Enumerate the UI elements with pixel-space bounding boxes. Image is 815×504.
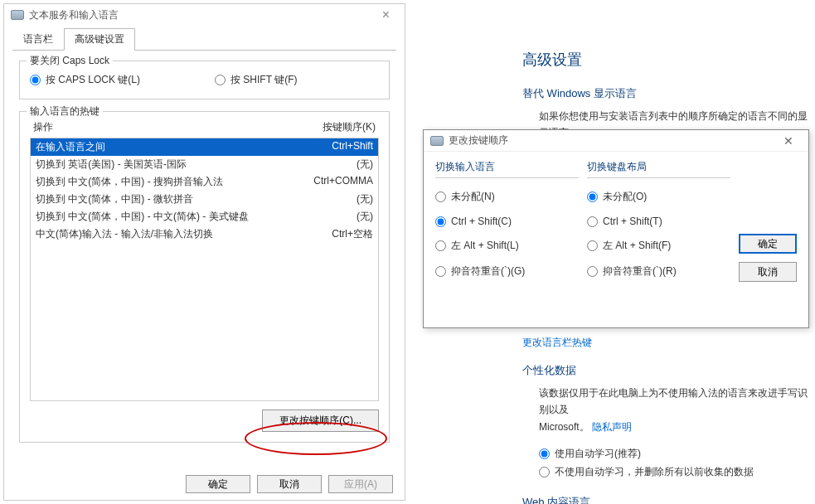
dialog-buttons: 确定 取消 (739, 160, 797, 290)
grave-accent-radio[interactable]: 抑音符重音(`)(G) (435, 264, 579, 279)
col-action: 操作 (33, 120, 53, 134)
ctrl-shift-radio[interactable]: Ctrl + Shift(T) (587, 216, 730, 227)
keyboard-icon (11, 10, 24, 20)
cancel-button[interactable]: 取消 (739, 262, 797, 282)
left-alt-shift-radio[interactable]: 左 Alt + Shift(F) (587, 239, 730, 253)
hotkey-row[interactable]: 切换到 英语(美国) - 美国英语-国际(无) (31, 156, 378, 173)
hotkey-list[interactable]: 在输入语言之间Ctrl+Shift 切换到 英语(美国) - 美国英语-国际(无… (30, 138, 379, 401)
ok-button[interactable]: 确定 (186, 475, 250, 493)
tab-row: 语言栏 高级键设置 (12, 27, 396, 51)
shift-key-radio[interactable]: 按 SHIFT 键(F) (215, 73, 297, 87)
caps-lock-key-radio[interactable]: 按 CAPS LOCK 键(L) (30, 73, 140, 87)
hotkey-row[interactable]: 切换到 中文(简体，中国) - 微软拼音(无) (31, 191, 378, 208)
tab-language-bar[interactable]: 语言栏 (12, 28, 64, 51)
dialog-buttons: 确定 取消 应用(A) (186, 475, 393, 493)
grave-accent-radio[interactable]: 抑音符重音(`)(R) (587, 264, 730, 279)
keyboard-icon (430, 136, 444, 146)
apply-button[interactable]: 应用(A) (328, 475, 393, 493)
switch-input-language-column: 切换输入语言 未分配(N) Ctrl + Shift(C) 左 Alt + Sh… (435, 160, 579, 290)
text-services-dialog: 文本服务和输入语言 × 语言栏 高级键设置 要关闭 Caps Lock 按 CA… (3, 3, 405, 501)
hotkey-group: 输入语言的热键 操作 按键顺序(K) 在输入语言之间Ctrl+Shift 切换到… (19, 111, 390, 443)
dialog-title: 更改按键顺序 (449, 133, 508, 148)
column-title: 切换键盘布局 (587, 160, 730, 174)
hotkey-row[interactable]: 在输入语言之间Ctrl+Shift (31, 138, 378, 156)
privacy-link[interactable]: 隐私声明 (592, 421, 632, 433)
caps-lock-group: 要关闭 Caps Lock 按 CAPS LOCK 键(L) 按 SHIFT 键… (19, 61, 390, 99)
not-assigned-radio[interactable]: 未分配(N) (435, 190, 579, 204)
tab-advanced-keys[interactable]: 高级键设置 (64, 28, 135, 51)
ctrl-shift-radio[interactable]: Ctrl + Shift(C) (435, 216, 579, 227)
personalization-text: 该数据仅用于在此电脑上为不使用输入法的语言来改进手写识别以及 Microsoft… (539, 385, 815, 435)
ok-button[interactable]: 确定 (739, 234, 797, 254)
group-title: 输入语言的热键 (27, 104, 103, 119)
left-alt-shift-radio[interactable]: 左 Alt + Shift(L) (435, 239, 579, 253)
dialog-title: 文本服务和输入语言 (29, 8, 119, 22)
change-key-sequence-button[interactable]: 更改按键顺序(C)... (262, 410, 379, 432)
section-title-web: Web 内容语言 (522, 495, 815, 504)
change-language-bar-hotkeys-link[interactable]: 更改语言栏热键 (522, 336, 815, 350)
cancel-button[interactable]: 取消 (257, 475, 322, 493)
hotkey-row[interactable]: 切换到 中文(简体，中国) - 中文(简体) - 美式键盘(无) (31, 208, 378, 225)
close-icon[interactable]: ✕ (775, 133, 802, 149)
group-title: 要关闭 Caps Lock (27, 54, 113, 68)
section-title: 替代 Windows 显示语言 (522, 86, 815, 101)
titlebar: 更改按键顺序 ✕ (424, 130, 808, 152)
close-icon[interactable]: × (374, 6, 398, 24)
auto-learn-off-radio[interactable]: 不使用自动学习，并删除所有以前收集的数据 (539, 465, 815, 479)
section-title-personalization: 个性化数据 (522, 363, 815, 378)
not-assigned-radio[interactable]: 未分配(O) (587, 190, 730, 204)
titlebar: 文本服务和输入语言 × (4, 4, 405, 26)
change-key-sequence-dialog: 更改按键顺序 ✕ 切换输入语言 未分配(N) Ctrl + Shift(C) 左… (423, 129, 809, 328)
page-heading: 高级设置 (522, 50, 815, 70)
column-title: 切换输入语言 (435, 160, 579, 174)
hotkey-row[interactable]: 中文(简体)输入法 - 输入法/非输入法切换Ctrl+空格 (31, 225, 378, 243)
col-keys: 按键顺序(K) (323, 120, 376, 134)
switch-keyboard-layout-column: 切换键盘布局 未分配(O) Ctrl + Shift(T) 左 Alt + Sh… (587, 160, 730, 290)
auto-learn-on-radio[interactable]: 使用自动学习(推荐) (539, 447, 815, 461)
hotkey-row[interactable]: 切换到 中文(简体，中国) - 搜狗拼音输入法Ctrl+COMMA (31, 173, 378, 191)
